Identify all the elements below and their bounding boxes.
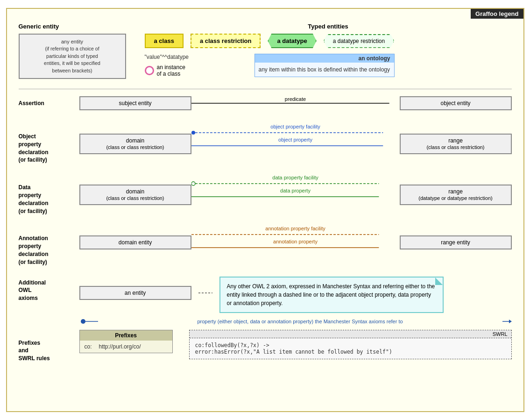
data-facility-label: data property facility — [272, 175, 318, 180]
owl-axiom-box: Any other OWL 2 axiom, expressed in Manc… — [219, 277, 444, 313]
data-property-arrow — [191, 192, 400, 201]
object-property-content: domain(class or class restriction) objec… — [79, 123, 512, 154]
top-section: Generic entity any entity (if referring … — [19, 23, 512, 89]
typed-entities-col: Typed entities a class a class restricti… — [145, 23, 512, 82]
svg-point-8 — [191, 182, 195, 185]
ann-property-arrow — [191, 243, 400, 252]
class-box: a class — [145, 34, 184, 48]
assertion-label: Assertion — [19, 100, 79, 107]
annotation-property-content: domain entity annotation property facili… — [79, 225, 512, 251]
svg-point-3 — [191, 131, 195, 135]
property-ref-row: property (either object, data or annotat… — [79, 318, 512, 325]
diagram-area: Assertion subject entity predicate — [19, 89, 512, 363]
additional-owl-row: Additional OWL axioms an entity Any othe… — [19, 277, 512, 313]
generic-entity-col: Generic entity any entity (if referring … — [19, 23, 145, 82]
data-property-label: Data property declaration (or facility) — [19, 174, 79, 215]
value-datatype-label: "value"^^datatype — [145, 54, 238, 60]
annotation-property-label: Annotation property declaration (or faci… — [19, 225, 79, 266]
typed-row2: "value"^^datatype an instanceof a class … — [145, 54, 512, 77]
generic-entity-box: any entity (if referring to a choice of … — [19, 34, 126, 79]
ann-domain-box: domain entity — [79, 235, 191, 249]
ann-facility-arrow — [191, 230, 400, 239]
prop-ref-start — [79, 318, 98, 325]
typed-row1: a class a class restriction a datatype a… — [145, 34, 512, 48]
class-restriction-box: a class restriction — [191, 34, 261, 48]
obj-property-label: object property — [278, 137, 312, 142]
object-entity-box: object entity — [400, 96, 512, 110]
prop-ref-end — [502, 318, 512, 325]
data-property-content: domain(class or class restriction) data … — [79, 174, 512, 205]
svg-marker-17 — [509, 320, 512, 323]
data-facility-arrow — [191, 179, 400, 188]
ann-range-box: range entity — [400, 235, 512, 249]
obj-range-box: range(class or class restriction) — [400, 134, 512, 154]
additional-owl-content: an entity Any other OWL 2 axiom, express… — [79, 277, 512, 313]
prefixes-table-header: Prefixes — [80, 330, 172, 341]
object-property-row: Object property declaration (or facility… — [19, 123, 512, 164]
data-range-box: range(datatype or datatype restriction) — [400, 185, 512, 205]
instance-circle — [145, 66, 154, 75]
obj-facility-label: object property facility — [270, 124, 320, 129]
ontology-body: any item within this box is defined with… — [255, 63, 394, 77]
svg-point-14 — [81, 319, 85, 324]
generic-entity-title: Generic entity — [19, 23, 145, 30]
assertion-row: Assertion subject entity predicate — [19, 92, 512, 115]
instance-row: an instanceof a class — [145, 64, 238, 77]
prefix-val: http://purl.org/co/ — [99, 343, 141, 350]
owl-entity-box: an entity — [79, 286, 191, 300]
swrl-title: SWRL — [190, 330, 511, 338]
title-text: Graffoo legend — [475, 10, 518, 17]
prefixes-content: Prefixes co: http://purl.org/co/ SWRL co… — [79, 330, 512, 359]
prefixes-row: Prefixes and SWRL rules Prefixes co: htt… — [19, 330, 512, 363]
prefixes-label: Prefixes and SWRL rules — [19, 330, 79, 363]
additional-owl-label: Additional OWL axioms — [19, 277, 79, 302]
predicate-label: predicate — [285, 96, 306, 102]
obj-property-arrow — [191, 141, 400, 150]
prefix-key: co: — [85, 343, 92, 350]
assertion-content: subject entity predicate object entity — [79, 96, 512, 110]
prefixes-table: Prefixes co: http://purl.org/co/ — [79, 330, 173, 353]
swrl-body: co:followedBy(?x,?x) -> error:hasError(?… — [190, 338, 511, 359]
subject-entity-box: subject entity — [79, 96, 191, 110]
swrl-box: SWRL co:followedBy(?x,?x) -> error:hasEr… — [189, 330, 512, 359]
ontology-title: an ontology — [255, 54, 394, 63]
object-property-label: Object property declaration (or facility… — [19, 123, 79, 164]
data-property-row: Data property declaration (or facility) … — [19, 174, 512, 215]
property-ref-label: property (either object, data or annotat… — [98, 319, 502, 324]
title-bar: Graffoo legend — [471, 9, 523, 19]
data-domain-box: domain(class or class restriction) — [79, 185, 191, 205]
typed-entities-title: Typed entities — [145, 23, 512, 30]
datatype-restriction-box: a datatype restriction — [324, 34, 394, 48]
prefixes-body: co: http://purl.org/co/ — [80, 341, 172, 353]
ann-property-label-text: annotation property — [273, 239, 318, 244]
obj-facility-arrow — [191, 128, 400, 137]
obj-domain-box: domain(class or class restriction) — [79, 134, 191, 154]
ann-facility-label: annotation property facility — [265, 226, 325, 231]
datatype-box: a datatype — [268, 34, 316, 48]
ontology-section: an ontology any item within this box is … — [254, 54, 395, 77]
annotation-property-row: Annotation property declaration (or faci… — [19, 225, 512, 266]
main-container: Graffoo legend Generic entity any entity… — [6, 8, 524, 412]
owl-dashed-line — [198, 290, 212, 296]
instance-label: an instanceof a class — [157, 64, 185, 77]
data-property-label-text: data property — [280, 188, 311, 193]
